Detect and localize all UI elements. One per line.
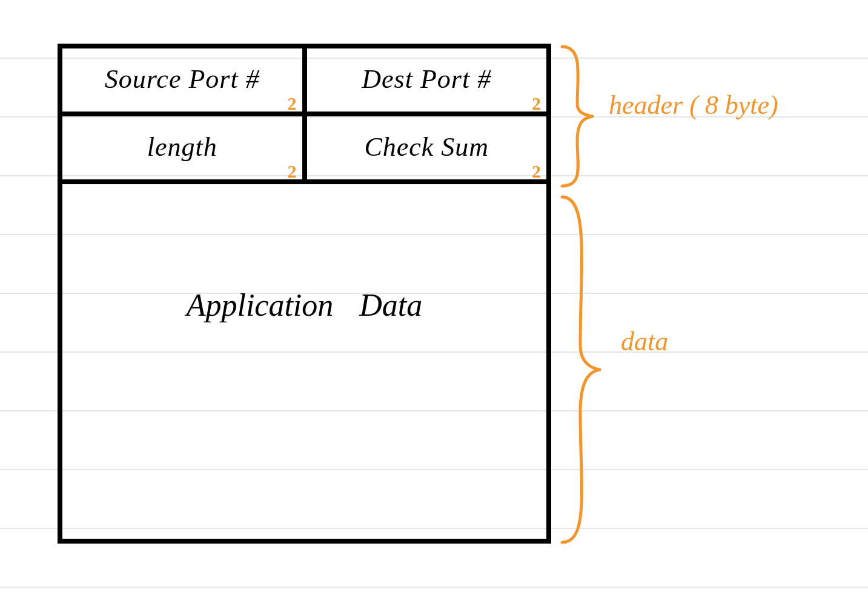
header-row-2: length 2 Check Sum 2	[62, 116, 546, 184]
field-dest-port-label: Dest Port #	[362, 64, 491, 95]
brace-header-icon	[556, 44, 605, 189]
diagram-stage: Source Port # 2 Dest Port # 2 length 2 C…	[0, 0, 868, 606]
field-checksum-label: Check Sum	[364, 132, 489, 162]
field-length-label: length	[147, 132, 217, 162]
field-dest-port: Dest Port # 2	[302, 48, 547, 112]
annotation-header: header ( 8 byte)	[609, 90, 778, 121]
brace-data-icon	[556, 194, 611, 545]
field-checksum-size: 2	[532, 161, 542, 182]
field-length-size: 2	[288, 161, 297, 182]
field-application-data: Application Data	[62, 184, 546, 539]
udp-packet-box: Source Port # 2 Dest Port # 2 length 2 C…	[58, 44, 551, 544]
annotation-data: data	[621, 326, 668, 357]
header-row-1: Source Port # 2 Dest Port # 2	[62, 48, 546, 116]
field-source-port: Source Port # 2	[62, 48, 302, 112]
field-dest-port-size: 2	[532, 93, 542, 114]
field-checksum: Check Sum 2	[302, 116, 547, 179]
field-length: length 2	[62, 116, 302, 179]
field-application-data-label: Application Data	[187, 287, 423, 323]
field-source-port-label: Source Port #	[105, 64, 260, 95]
field-source-port-size: 2	[288, 93, 297, 114]
